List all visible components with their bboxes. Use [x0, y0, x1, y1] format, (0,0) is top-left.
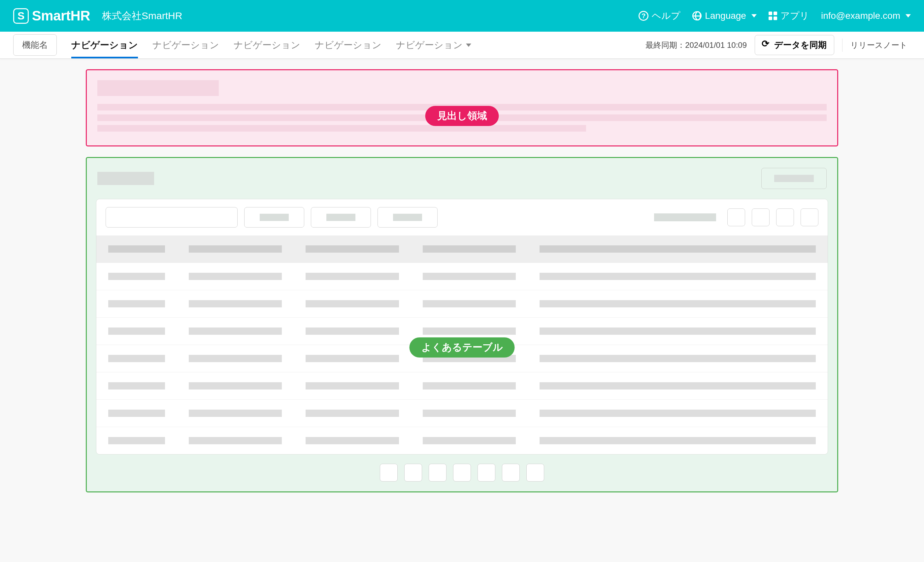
table-header-row: [96, 166, 828, 191]
nav-item-2[interactable]: ナビゲーション: [153, 32, 219, 58]
page-button[interactable]: [404, 464, 422, 481]
page-button[interactable]: [380, 464, 398, 481]
divider: [842, 39, 843, 52]
heading-region-label: 見出し領域: [425, 106, 499, 126]
header-right: ? ヘルプ Language アプリ info@example.com: [639, 10, 911, 22]
globe-icon: [692, 11, 702, 21]
grid-icon: [769, 12, 777, 20]
column-header[interactable]: [528, 236, 828, 263]
search-input[interactable]: [106, 207, 238, 227]
logo-badge-icon: S: [13, 8, 29, 24]
help-icon: ?: [639, 11, 648, 21]
table-row[interactable]: [96, 372, 828, 400]
controls-left: [106, 207, 438, 227]
table-row[interactable]: [96, 427, 828, 454]
column-header[interactable]: [411, 236, 528, 263]
table-row[interactable]: [96, 290, 828, 318]
filter-button-3[interactable]: [378, 207, 438, 227]
page-prev-button[interactable]: [752, 208, 770, 226]
sync-button-label: データを同期: [774, 39, 826, 51]
company-name: 株式会社SmartHR: [102, 9, 182, 23]
column-header[interactable]: [96, 236, 177, 263]
page-button[interactable]: [502, 464, 520, 481]
sync-icon: [762, 41, 770, 49]
pagination-info-placeholder: [654, 214, 716, 221]
logo-text: SmartHR: [32, 8, 90, 24]
column-header[interactable]: [294, 236, 411, 263]
help-link[interactable]: ? ヘルプ: [639, 10, 681, 22]
account-dropdown[interactable]: info@example.com: [821, 10, 911, 21]
nav-item-1[interactable]: ナビゲーション: [71, 32, 138, 58]
sync-button[interactable]: データを同期: [755, 35, 834, 55]
release-notes-dropdown[interactable]: リリースノート: [850, 40, 911, 51]
apps-label: アプリ: [780, 10, 809, 22]
chevron-down-icon: [752, 14, 757, 18]
placeholder: [774, 175, 814, 182]
filter-button-2[interactable]: [311, 207, 371, 227]
page-next-button[interactable]: [776, 208, 794, 226]
page-button[interactable]: [477, 464, 495, 481]
chevron-down-icon: [906, 14, 911, 18]
heading-line-placeholder: [98, 125, 586, 132]
column-header[interactable]: [177, 236, 294, 263]
language-label: Language: [705, 10, 746, 21]
header-left: S SmartHR 株式会社SmartHR: [13, 8, 182, 24]
nav-item-4[interactable]: ナビゲーション: [315, 32, 381, 58]
table-head: [96, 236, 828, 263]
release-notes-label: リリースノート: [850, 40, 908, 51]
table-region: よくあるテーブル: [86, 157, 838, 492]
page-last-button[interactable]: [801, 208, 818, 226]
navbar: 機能名 ナビゲーション ナビゲーション ナビゲーション ナビゲーション ナビゲー…: [0, 32, 924, 59]
main-content: 見出し領域 よくあるテーブル: [86, 59, 838, 512]
nav-left: 機能名 ナビゲーション ナビゲーション ナビゲーション ナビゲーション ナビゲー…: [13, 32, 471, 58]
controls-right: [654, 208, 818, 226]
section-title-placeholder: [98, 172, 154, 185]
chevron-down-icon: [466, 43, 471, 47]
logo[interactable]: S SmartHR: [13, 8, 90, 24]
help-label: ヘルプ: [652, 10, 681, 22]
section-action-button[interactable]: [761, 168, 826, 189]
table-wrapper: [96, 199, 828, 454]
nav-item-3[interactable]: ナビゲーション: [234, 32, 300, 58]
heading-title-placeholder: [98, 80, 219, 96]
table-row[interactable]: [96, 400, 828, 427]
page-first-button[interactable]: [728, 208, 745, 226]
page-button[interactable]: [526, 464, 544, 481]
page-button[interactable]: [453, 464, 471, 481]
table-body: [96, 263, 828, 454]
feature-name-button[interactable]: 機能名: [13, 34, 57, 56]
app-header: S SmartHR 株式会社SmartHR ? ヘルプ Language アプリ…: [0, 0, 924, 32]
table-region-label: よくあるテーブル: [410, 338, 515, 357]
nav-item-5[interactable]: ナビゲーション: [396, 32, 471, 58]
table-header-row: [96, 236, 828, 263]
sync-status: 最終同期：2024/01/01 10:09: [645, 40, 747, 51]
heading-region: 見出し領域: [86, 69, 838, 146]
pagination-bottom: [96, 464, 828, 481]
page-button[interactable]: [429, 464, 447, 481]
table-row[interactable]: [96, 263, 828, 290]
language-dropdown[interactable]: Language: [692, 10, 757, 21]
nav-right: 最終同期：2024/01/01 10:09 データを同期 リリースノート: [645, 35, 911, 55]
account-email: info@example.com: [821, 10, 900, 21]
table-controls: [96, 199, 828, 236]
filter-button-1[interactable]: [244, 207, 304, 227]
apps-link[interactable]: アプリ: [769, 10, 809, 22]
